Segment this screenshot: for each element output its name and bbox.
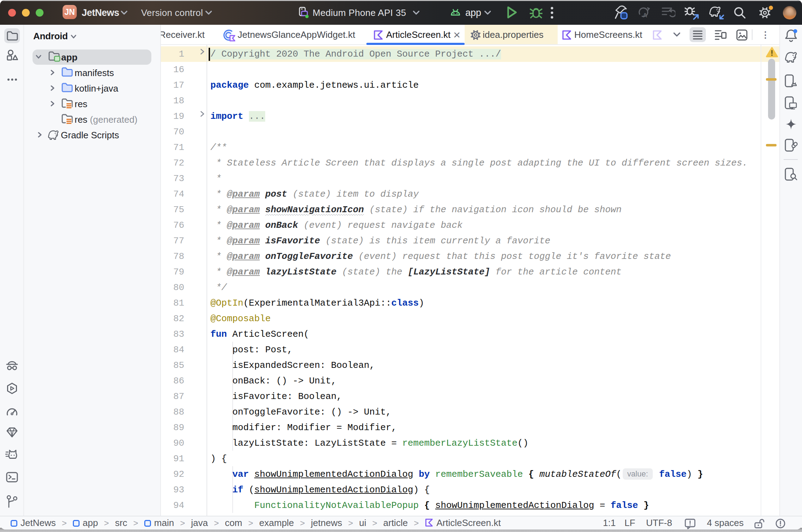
svg-text:A: A [643, 12, 647, 19]
